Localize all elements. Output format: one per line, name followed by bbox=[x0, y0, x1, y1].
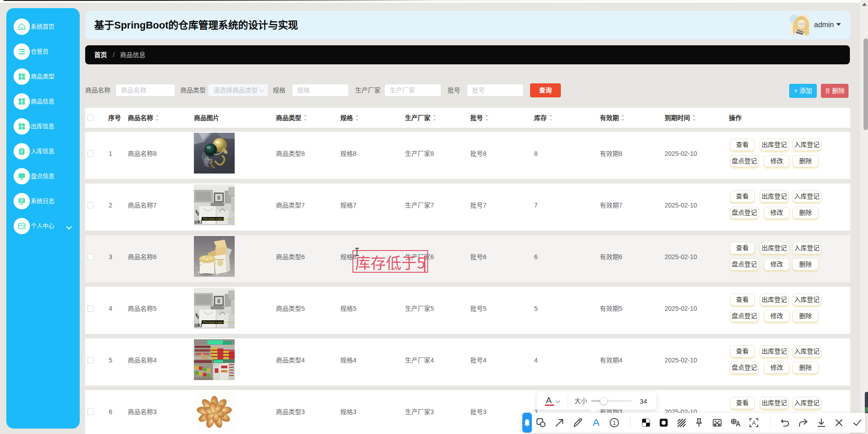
svg-text:A: A bbox=[593, 417, 600, 428]
svg-text:This house it was so lucky com: This house it was so lucky come witho... bbox=[203, 321, 235, 323]
svg-text:1: 1 bbox=[612, 420, 616, 426]
svg-text:A: A bbox=[752, 420, 756, 426]
svg-text:oki: oki bbox=[194, 219, 202, 225]
svg-text:oki: oki bbox=[194, 322, 202, 328]
svg-text:This house it was so lucky com: This house it was so lucky come witho... bbox=[203, 217, 235, 220]
